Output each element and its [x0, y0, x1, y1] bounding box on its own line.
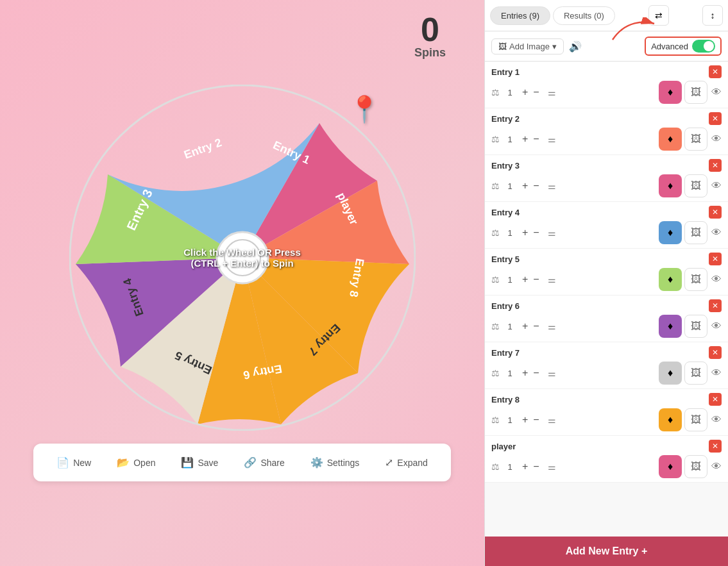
entry-eye-btn-4[interactable]: 👁 [711, 274, 722, 285]
stepper-minus-6[interactable]: − [531, 368, 541, 378]
save-button[interactable]: 💾 Save [171, 451, 228, 474]
spins-label: Spins [414, 46, 446, 60]
add-image-button[interactable]: 🖼 Add Image ▾ [491, 38, 564, 54]
stepper-plus-1[interactable]: + [520, 134, 530, 144]
pointer-icon: 📍 [348, 94, 380, 124]
entry-row: Entry 4 ✕ ⚖ 1 + − ⚌ ♦ 🖼 👁 [485, 202, 728, 249]
entry-delete-btn-0[interactable]: ✕ [709, 65, 722, 78]
scale-icon-2: ⚖ [491, 181, 500, 191]
entry-image-btn-1[interactable]: 🖼 [684, 128, 707, 151]
entry-delete-btn-6[interactable]: ✕ [709, 346, 722, 359]
entry-eye-btn-0[interactable]: 👁 [711, 87, 722, 98]
entry-settings-btn-0[interactable]: ⚌ [548, 87, 556, 97]
entry-eye-btn-7[interactable]: 👁 [711, 414, 722, 426]
entry-color-btn-5[interactable]: ♦ [659, 315, 682, 338]
stepper-minus-7[interactable]: − [531, 415, 541, 425]
tabs-row: Entries (9) Results (0) ⇄ ↕ [485, 0, 728, 31]
entry-settings-btn-1[interactable]: ⚌ [548, 134, 556, 144]
entry-color-btn-3[interactable]: ♦ [659, 221, 682, 244]
tab-entries[interactable]: Entries (9) [490, 6, 550, 25]
expand-button[interactable]: ⤢ Expand [375, 451, 437, 474]
stepper-plus-4[interactable]: + [520, 274, 530, 285]
entry-color-btn-4[interactable]: ♦ [659, 268, 682, 291]
entry-settings-btn-8[interactable]: ⚌ [548, 462, 556, 472]
entry-delete-btn-1[interactable]: ✕ [709, 112, 722, 125]
color-icon-4: ♦ [668, 274, 673, 285]
open-button[interactable]: 📂 Open [106, 451, 165, 474]
entry-color-btn-6[interactable]: ♦ [659, 362, 682, 385]
entry-eye-btn-1[interactable]: 👁 [711, 133, 722, 145]
entry-image-btn-6[interactable]: 🖼 [684, 362, 707, 385]
entry-settings-btn-7[interactable]: ⚌ [548, 415, 556, 425]
entry-delete-btn-5[interactable]: ✕ [709, 299, 722, 312]
stepper-plus-5[interactable]: + [520, 321, 530, 331]
advanced-toggle-switch[interactable] [692, 40, 715, 53]
tab-sort-btn[interactable]: ↕ [702, 5, 723, 26]
stepper-minus-4[interactable]: − [531, 274, 541, 285]
settings-button[interactable]: ⚙️ Settings [300, 451, 370, 474]
stepper-plus-7[interactable]: + [520, 415, 530, 425]
entry-eye-btn-3[interactable]: 👁 [711, 227, 722, 238]
entry-name-3: Entry 4 [491, 208, 709, 217]
tab-shuffle-btn[interactable]: ⇄ [648, 5, 669, 26]
scale-icon-0: ⚖ [491, 87, 500, 97]
stepper-minus-3[interactable]: − [531, 228, 541, 238]
scale-icon-4: ⚖ [491, 274, 500, 285]
stepper-plus-6[interactable]: + [520, 368, 530, 378]
stepper-plus-3[interactable]: + [520, 228, 530, 238]
entry-eye-btn-5[interactable]: 👁 [711, 320, 722, 332]
entry-settings-btn-2[interactable]: ⚌ [548, 181, 556, 191]
svg-text:Entry 2: Entry 2 [182, 136, 223, 162]
sound-icon[interactable]: 🔊 [569, 40, 582, 53]
entry-row: player ✕ ⚖ 1 + − ⚌ ♦ 🖼 👁 [485, 436, 728, 483]
tab-results[interactable]: Results (0) [553, 6, 615, 25]
stepper-plus-0[interactable]: + [520, 87, 530, 97]
entry-row: Entry 6 ✕ ⚖ 1 + − ⚌ ♦ 🖼 👁 [485, 295, 728, 342]
entry-color-btn-2[interactable]: ♦ [659, 174, 682, 197]
entry-image-btn-2[interactable]: 🖼 [684, 174, 707, 197]
entry-settings-btn-6[interactable]: ⚌ [548, 368, 556, 378]
color-icon-2: ♦ [668, 180, 673, 192]
entry-eye-btn-6[interactable]: 👁 [711, 367, 722, 379]
entry-row: Entry 7 ✕ ⚖ 1 + − ⚌ ♦ 🖼 👁 [485, 342, 728, 389]
wheel-svg[interactable]: Entry 3 Entry 2 Entry 1 player Entry 8 E… [69, 85, 416, 431]
entry-name-7: Entry 8 [491, 395, 709, 404]
entry-name-6: Entry 7 [491, 348, 709, 358]
entry-image-btn-0[interactable]: 🖼 [684, 81, 707, 104]
add-new-entry-button[interactable]: Add New Entry + [485, 537, 728, 566]
stepper-minus-5[interactable]: − [531, 321, 541, 331]
entry-weight-1: 1 [504, 135, 516, 144]
entry-row: Entry 3 ✕ ⚖ 1 + − ⚌ ♦ 🖼 👁 [485, 155, 728, 202]
entry-image-btn-7[interactable]: 🖼 [684, 408, 707, 431]
entry-image-btn-5[interactable]: 🖼 [684, 315, 707, 338]
share-button[interactable]: 🔗 Share [233, 451, 294, 474]
entry-color-btn-1[interactable]: ♦ [659, 128, 682, 151]
entry-delete-btn-2[interactable]: ✕ [709, 159, 722, 172]
stepper-minus-8[interactable]: − [531, 462, 541, 472]
new-button[interactable]: 📄 New [46, 451, 101, 474]
entry-image-btn-3[interactable]: 🖼 [684, 221, 707, 244]
stepper-plus-2[interactable]: + [520, 181, 530, 191]
entry-color-btn-7[interactable]: ♦ [659, 408, 682, 431]
entry-delete-btn-7[interactable]: ✕ [709, 393, 722, 406]
entry-settings-btn-5[interactable]: ⚌ [548, 321, 556, 331]
color-icon-0: ♦ [668, 87, 673, 98]
advanced-toggle[interactable]: Advanced [645, 37, 722, 56]
entry-settings-btn-4[interactable]: ⚌ [548, 274, 556, 285]
entry-color-btn-8[interactable]: ♦ [659, 455, 682, 478]
entry-stepper-8: + − [520, 462, 541, 472]
wheel-container[interactable]: 📍 [69, 85, 416, 431]
entry-color-btn-0[interactable]: ♦ [659, 81, 682, 104]
entry-eye-btn-2[interactable]: 👁 [711, 180, 722, 192]
stepper-minus-2[interactable]: − [531, 181, 541, 191]
entry-eye-btn-8[interactable]: 👁 [711, 461, 722, 472]
entry-delete-btn-3[interactable]: ✕ [709, 206, 722, 219]
stepper-minus-0[interactable]: − [531, 87, 541, 97]
entry-image-btn-4[interactable]: 🖼 [684, 268, 707, 291]
entry-settings-btn-3[interactable]: ⚌ [548, 228, 556, 238]
stepper-minus-1[interactable]: − [531, 134, 541, 144]
stepper-plus-8[interactable]: + [520, 462, 530, 472]
entry-delete-btn-8[interactable]: ✕ [709, 440, 722, 453]
entry-delete-btn-4[interactable]: ✕ [709, 253, 722, 265]
entry-image-btn-8[interactable]: 🖼 [684, 455, 707, 478]
